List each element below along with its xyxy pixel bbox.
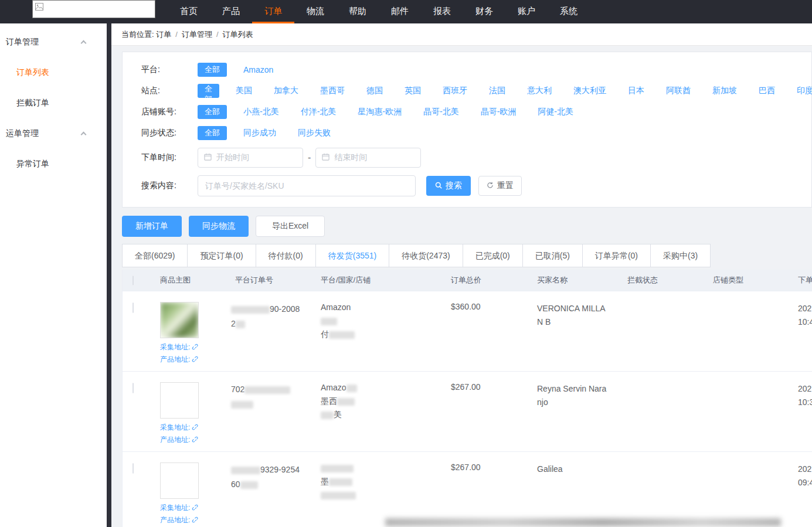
site-option-mx[interactable]: 墨西哥 bbox=[320, 86, 345, 96]
sidebar-item-intercepted-orders[interactable]: 拦截订单 bbox=[0, 88, 107, 118]
nav-item-reports[interactable]: 报表 bbox=[421, 0, 463, 23]
breadcrumb-item-orders[interactable]: 订单 bbox=[156, 29, 171, 40]
order-total: $360.00 bbox=[451, 291, 537, 371]
nav-item-products[interactable]: 产品 bbox=[210, 0, 252, 23]
site-option-sg[interactable]: 新加坡 bbox=[712, 86, 737, 96]
platform-option-amazon[interactable]: Amazon bbox=[243, 65, 273, 74]
site-option-fr[interactable]: 法国 bbox=[489, 86, 505, 96]
shop-all-button[interactable]: 全部 bbox=[198, 105, 227, 119]
shop-option-1[interactable]: 小燕-北美 bbox=[243, 107, 279, 117]
collect-address-label: 采集地址: bbox=[160, 423, 190, 433]
link-icon bbox=[192, 344, 198, 352]
nav-item-home[interactable]: 首页 bbox=[168, 0, 210, 23]
sidebar-group-waybill-management[interactable]: 运单管理 bbox=[0, 118, 107, 149]
export-excel-button[interactable]: 导出Excel bbox=[256, 216, 325, 237]
header-platform-country-shop: 平台/国家/店铺 bbox=[318, 275, 451, 285]
action-buttons: 新增订单 同步物流 导出Excel bbox=[122, 216, 812, 237]
sync-logistics-button[interactable]: 同步物流 bbox=[189, 216, 249, 237]
select-all-checkbox[interactable] bbox=[132, 276, 134, 285]
collect-address-label: 采集地址: bbox=[160, 342, 190, 352]
nav-item-logistics[interactable]: 物流 bbox=[294, 0, 337, 23]
nav-item-help[interactable]: 帮助 bbox=[337, 0, 379, 23]
shop-option-5[interactable]: 晶哥-欧洲 bbox=[481, 107, 517, 117]
tab-pending-receipt[interactable]: 待收货(2473) bbox=[389, 244, 463, 267]
end-date-input[interactable]: 结束时间 bbox=[315, 148, 421, 168]
redacted-area bbox=[385, 518, 781, 526]
header-platform-order-no: 平台订单号 bbox=[231, 275, 318, 285]
product-image[interactable] bbox=[160, 302, 199, 338]
site-option-au[interactable]: 澳大利亚 bbox=[573, 86, 606, 96]
add-order-button[interactable]: 新增订单 bbox=[122, 216, 182, 237]
tab-preorder[interactable]: 预定订单(0) bbox=[187, 244, 256, 267]
product-address-link[interactable]: 产品地址: bbox=[160, 435, 231, 445]
search-input[interactable] bbox=[198, 175, 416, 196]
tab-cancelled[interactable]: 已取消(5) bbox=[522, 244, 583, 267]
row-checkbox[interactable] bbox=[132, 463, 134, 474]
product-image[interactable] bbox=[160, 382, 199, 419]
collect-address-link[interactable]: 采集地址: bbox=[160, 503, 231, 513]
filter-row-shop: 店铺账号: 全部 小燕-北美 付洋-北美 星淘惠-欧洲 晶哥-北美 晶哥-欧洲 … bbox=[141, 105, 811, 119]
breadcrumb-item-order-list[interactable]: 订单列表 bbox=[223, 29, 253, 40]
tab-pending-payment[interactable]: 待付款(0) bbox=[256, 244, 316, 267]
sidebar-item-abnormal-orders[interactable]: 异常订单 bbox=[0, 149, 107, 179]
nav-item-finance[interactable]: 财务 bbox=[463, 0, 505, 23]
site-all-button[interactable]: 全部 bbox=[198, 84, 219, 98]
product-image[interactable] bbox=[160, 463, 199, 499]
shop-option-3[interactable]: 星淘惠-欧洲 bbox=[358, 107, 402, 117]
site-option-in[interactable]: 印度 bbox=[797, 86, 812, 96]
intercept-status bbox=[627, 452, 713, 527]
nav-item-mail[interactable]: 邮件 bbox=[379, 0, 421, 23]
tab-abnormal[interactable]: 订单异常(0) bbox=[582, 244, 651, 267]
nav-item-account[interactable]: 账户 bbox=[505, 0, 548, 23]
header-buyer-name: 买家名称 bbox=[537, 275, 627, 285]
site-option-us[interactable]: 美国 bbox=[236, 86, 252, 96]
row-checkbox[interactable] bbox=[132, 383, 134, 393]
top-navbar: 首页 产品 订单 物流 帮助 邮件 报表 财务 账户 系统 bbox=[0, 0, 812, 23]
search-label: 搜索内容: bbox=[141, 181, 198, 191]
site-option-br[interactable]: 巴西 bbox=[759, 86, 775, 96]
search-button[interactable]: 搜索 bbox=[426, 176, 471, 196]
link-icon bbox=[192, 504, 198, 512]
shop-option-2[interactable]: 付洋-北美 bbox=[301, 107, 337, 117]
tab-purchasing[interactable]: 采购中(3) bbox=[650, 244, 711, 267]
search-button-label: 搜索 bbox=[446, 181, 462, 191]
start-date-input[interactable]: 开始时间 bbox=[198, 148, 303, 168]
sidebar-item-label: 拦截订单 bbox=[16, 98, 49, 108]
collect-address-link[interactable]: 采集地址: bbox=[160, 342, 231, 352]
sync-all-button[interactable]: 全部 bbox=[198, 126, 227, 140]
breadcrumb-item-order-management[interactable]: 订单管理 bbox=[182, 29, 212, 40]
shop-option-6[interactable]: 阿健-北美 bbox=[538, 107, 573, 117]
site-option-es[interactable]: 西班牙 bbox=[443, 86, 467, 96]
table-row: 采集地址: 产品地址: 9329-9254 60 墨 $267.00 Galil… bbox=[123, 451, 812, 527]
filter-row-platform: 平台: 全部 Amazon bbox=[141, 63, 811, 77]
tab-completed[interactable]: 已完成(0) bbox=[463, 244, 523, 267]
sync-option-fail[interactable]: 同步失败 bbox=[298, 128, 331, 138]
site-option-de[interactable]: 德国 bbox=[366, 86, 383, 96]
collect-address-link[interactable]: 采集地址: bbox=[160, 423, 231, 433]
sync-option-success[interactable]: 同步成功 bbox=[243, 128, 276, 138]
platform-order-number: 702 bbox=[231, 372, 318, 451]
tab-pending-shipment[interactable]: 待发货(3551) bbox=[315, 244, 389, 267]
order-time: 202 09:4 bbox=[798, 452, 812, 527]
row-checkbox[interactable] bbox=[132, 302, 134, 313]
nav-item-orders[interactable]: 订单 bbox=[252, 0, 294, 23]
order-status-tabs: 全部(6029) 预定订单(0) 待付款(0) 待发货(3551) 待收货(24… bbox=[122, 244, 812, 267]
platform-all-button[interactable]: 全部 bbox=[198, 63, 227, 77]
product-address-link[interactable]: 产品地址: bbox=[160, 515, 231, 525]
site-option-ae[interactable]: 阿联酋 bbox=[666, 86, 691, 96]
site-label: 站点: bbox=[141, 86, 198, 96]
site-option-jp[interactable]: 日本 bbox=[628, 86, 644, 96]
shop-type bbox=[713, 372, 798, 451]
site-option-ca[interactable]: 加拿大 bbox=[274, 86, 298, 96]
tab-all[interactable]: 全部(6029) bbox=[122, 244, 188, 267]
shop-option-4[interactable]: 晶哥-北美 bbox=[423, 107, 459, 117]
platform-order-number: 9329-9254 60 bbox=[231, 452, 318, 527]
main-menu: 首页 产品 订单 物流 帮助 邮件 报表 财务 账户 系统 bbox=[168, 0, 590, 23]
site-option-uk[interactable]: 英国 bbox=[405, 86, 421, 96]
reset-button[interactable]: 重置 bbox=[478, 176, 522, 196]
sidebar-group-order-management[interactable]: 订单管理 bbox=[0, 27, 107, 57]
product-address-link[interactable]: 产品地址: bbox=[160, 355, 231, 365]
sidebar-item-order-list[interactable]: 订单列表 bbox=[0, 57, 107, 88]
nav-item-system[interactable]: 系统 bbox=[548, 0, 590, 23]
site-option-it[interactable]: 意大利 bbox=[527, 86, 552, 96]
